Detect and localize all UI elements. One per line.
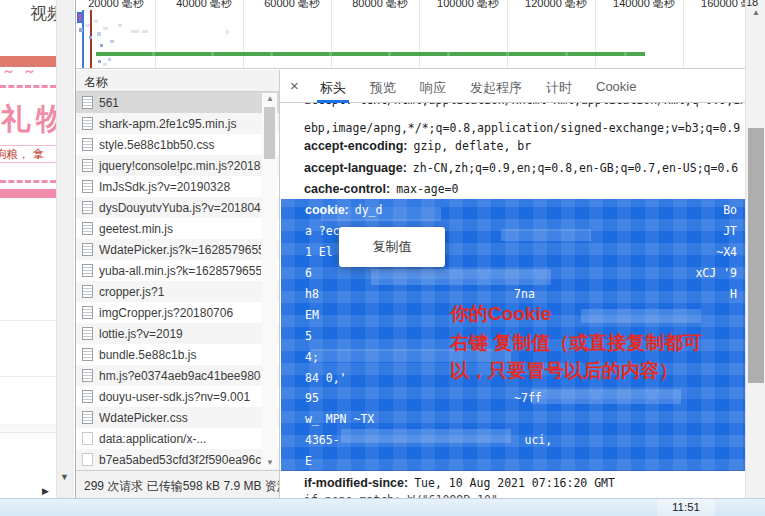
annotation-line: 你的Cookie bbox=[450, 300, 702, 329]
request-row[interactable]: lottie.js?v=2019 bbox=[76, 323, 279, 344]
request-row[interactable]: style.5e88c1bb50.css bbox=[76, 134, 279, 155]
request-name: style.5e88c1bb50.css bbox=[99, 138, 261, 152]
context-menu: 复制值 bbox=[339, 227, 445, 267]
scroll-down-icon[interactable]: ▼ bbox=[60, 472, 69, 482]
request-name: WdatePicker.css bbox=[99, 411, 261, 425]
request-row[interactable]: dysDouyutvYuba.js?v=2018040 bbox=[76, 197, 279, 218]
request-dot bbox=[97, 32, 101, 36]
column-header-name[interactable]: 名称 bbox=[76, 70, 279, 92]
request-dot bbox=[103, 27, 108, 30]
request-row[interactable]: geetest.min.js bbox=[76, 218, 279, 239]
header-row: cache-control:max-age=0 bbox=[304, 182, 743, 196]
request-dot bbox=[103, 63, 107, 66]
request-name: jquery!console!pc.min.js?20180 bbox=[99, 159, 261, 173]
banner-hairline bbox=[0, 162, 56, 163]
header-row: accept-language:zh-CN,zh;q=0.9,en;q=0.8,… bbox=[304, 161, 743, 175]
request-name: douyu-user-sdk.js?nv=9.001 bbox=[99, 390, 261, 404]
close-icon[interactable]: × bbox=[290, 77, 299, 94]
request-row[interactable]: imgCropper.js?20180706 bbox=[76, 302, 279, 323]
request-dot bbox=[118, 24, 122, 27]
network-summary-bar: 299 次请求 已传输598 kB 7.9 MB 资源 bbox=[76, 470, 279, 498]
cookie-row: 4365- uci, bbox=[281, 430, 746, 451]
timeline-tick-label: 100000 毫秒 bbox=[424, 0, 512, 11]
cookie-row: 95 ~7ff bbox=[281, 388, 746, 409]
request-name: cropper.js?1 bbox=[99, 285, 261, 299]
request-row[interactable]: jquery!console!pc.min.js?20180 bbox=[76, 155, 279, 176]
request-row[interactable]: cropper.js?1 bbox=[76, 281, 279, 302]
request-row[interactable]: shark-apm.2fe1c95.min.js bbox=[76, 113, 279, 134]
request-row[interactable]: hm.js?e0374aeb9ac41bee9804 bbox=[76, 365, 279, 386]
headers-scrollbar[interactable]: ▲ bbox=[745, 0, 765, 498]
request-name: WdatePicker.js?k=1628579655. bbox=[99, 243, 261, 257]
file-icon bbox=[82, 411, 93, 424]
request-name: bundle.5e88c1b.js bbox=[99, 348, 261, 362]
taskbar-clock[interactable]: 11:51 bbox=[657, 499, 715, 516]
file-icon bbox=[82, 306, 93, 319]
page-hscroll-right-icon[interactable]: ▶ bbox=[42, 486, 49, 496]
request-row[interactable]: data:application/x-... bbox=[76, 428, 279, 449]
detail-tab[interactable]: 标头 bbox=[308, 70, 358, 103]
request-row[interactable]: b7ea5abed53cfd3f2f590ea96c bbox=[76, 449, 279, 470]
timeline-tick-labels: 20000 毫秒40000 毫秒60000 毫秒80000 毫秒100000 毫… bbox=[76, 0, 745, 11]
request-row[interactable]: yuba-all.min.js?k=1628579655. bbox=[76, 260, 279, 281]
request-name: imgCropper.js?20180706 bbox=[99, 306, 261, 320]
request-dot bbox=[226, 30, 229, 34]
timeline-tick-label: 160000 毫秒 bbox=[688, 0, 745, 11]
request-row[interactable]: 561 bbox=[76, 92, 279, 113]
file-icon bbox=[82, 222, 93, 235]
request-row[interactable]: bundle.5e88c1b.js bbox=[76, 344, 279, 365]
detail-tab[interactable]: 响应 bbox=[408, 70, 458, 103]
file-icon bbox=[82, 327, 93, 340]
request-name: data:application/x-... bbox=[99, 432, 261, 446]
request-dot bbox=[98, 60, 101, 63]
banner-hairline bbox=[0, 145, 56, 146]
cookie-row: cookie:dy_d Bo bbox=[281, 200, 746, 221]
scrollbar-thumb[interactable] bbox=[748, 128, 764, 383]
headers-content: accept: text/html,application/xhtml+xml,… bbox=[280, 70, 746, 498]
detail-tabs: 标头预览响应发起程序计时Cookie bbox=[308, 70, 648, 103]
banner-gift-title: 礼物 bbox=[1, 99, 57, 140]
timeline-tick-label: 80000 毫秒 bbox=[336, 0, 424, 11]
page-scrollbar[interactable]: ▼ bbox=[56, 0, 74, 498]
request-row[interactable]: WdatePicker.js?k=1628579655. bbox=[76, 239, 279, 260]
file-icon bbox=[82, 243, 93, 256]
menu-item-copy-value[interactable]: 复制值 bbox=[373, 238, 412, 256]
scroll-down-icon[interactable]: ▼ bbox=[266, 458, 274, 467]
request-dot bbox=[100, 44, 103, 47]
page-divider bbox=[0, 376, 56, 377]
detail-tab[interactable]: 发起程序 bbox=[458, 70, 534, 103]
request-dot bbox=[89, 36, 92, 39]
scrollbar-thumb[interactable] bbox=[264, 107, 275, 159]
scroll-up-icon[interactable]: ▲ bbox=[752, 8, 760, 17]
banner-dashed-line bbox=[0, 85, 56, 88]
file-icon bbox=[82, 369, 93, 382]
timeline-tick-label: 60000 毫秒 bbox=[248, 0, 336, 11]
request-name: geetest.min.js bbox=[99, 222, 261, 236]
devtools-network-panel: 20000 毫秒40000 毫秒60000 毫秒80000 毫秒100000 毫… bbox=[75, 0, 765, 498]
screenshot-stage: 视频 ～～ 礼物 狗粮， 拿 ▶ ▼ 20000 毫秒40000 毫秒60000… bbox=[0, 0, 765, 516]
request-row[interactable]: douyu-user-sdk.js?nv=9.001 bbox=[76, 386, 279, 407]
request-dot bbox=[85, 24, 90, 27]
request-list-scrollbar[interactable]: ▲ ▼ bbox=[262, 93, 277, 468]
detail-tab[interactable]: 预览 bbox=[358, 70, 408, 103]
file-icon bbox=[82, 285, 93, 298]
file-icon bbox=[82, 180, 93, 193]
detail-tab[interactable]: Cookie bbox=[584, 70, 648, 103]
request-row[interactable]: ImJsSdk.js?v=20190328 bbox=[76, 176, 279, 197]
file-icon bbox=[82, 264, 93, 277]
request-row[interactable]: WdatePicker.css bbox=[76, 407, 279, 428]
detail-tab[interactable]: 计时 bbox=[534, 70, 584, 103]
banner-curl-decoration: ～～ bbox=[2, 62, 56, 80]
request-dot bbox=[94, 20, 98, 23]
request-list-panel: 名称 561 shark-apm.2fe1c95.min.js style.5e… bbox=[76, 70, 279, 470]
header-row: accept-encoding:gzip, deflate, br bbox=[304, 139, 743, 153]
timeline-tick-label-clipped: 18 bbox=[746, 0, 758, 8]
long-request-bar bbox=[96, 52, 645, 56]
request-name: ImJsSdk.js?v=20190328 bbox=[99, 180, 261, 194]
scroll-up-icon[interactable]: ▲ bbox=[266, 94, 274, 103]
network-overview-timeline[interactable]: 20000 毫秒40000 毫秒60000 毫秒80000 毫秒100000 毫… bbox=[76, 0, 745, 69]
banner-pink-bar bbox=[0, 189, 56, 198]
request-name: 561 bbox=[99, 96, 261, 110]
banner-note-text: 狗粮， 拿 bbox=[0, 147, 57, 162]
request-rows: 561 shark-apm.2fe1c95.min.js style.5e88c… bbox=[76, 92, 279, 470]
